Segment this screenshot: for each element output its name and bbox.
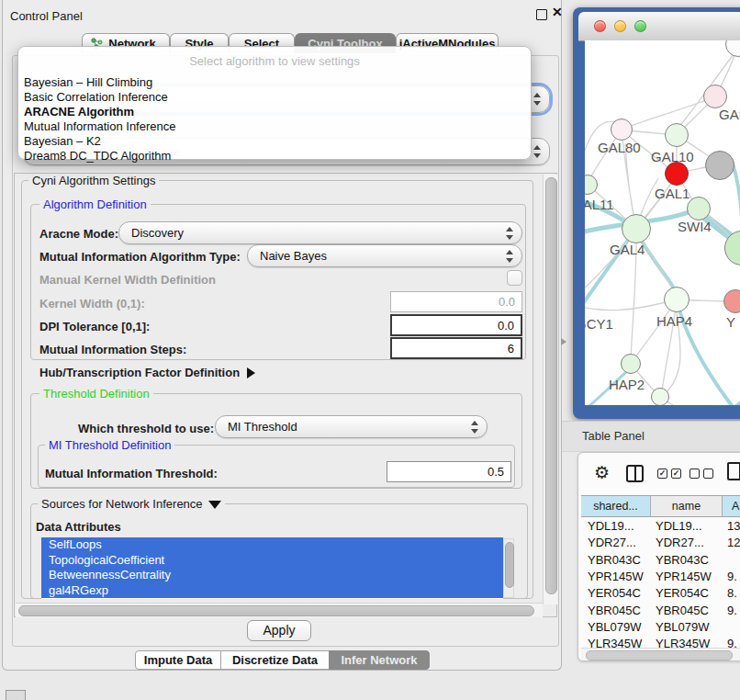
graph-node[interactable]: [611, 119, 633, 141]
expand-arrow-icon[interactable]: [247, 367, 255, 378]
cell-shared-name: YLR345W: [588, 636, 648, 648]
close-icon[interactable]: ✕: [552, 5, 563, 19]
apply-button[interactable]: Apply: [247, 620, 311, 641]
graph-node[interactable]: [687, 197, 711, 220]
attribute-item-selected[interactable]: SelfLoops: [41, 537, 503, 553]
graph-node[interactable]: [664, 287, 690, 312]
node-label: Y: [726, 314, 735, 330]
minimized-panel-icon[interactable]: [6, 690, 26, 700]
manual-kernel-checkbox[interactable]: [507, 270, 522, 286]
close-traffic-light[interactable]: [594, 20, 606, 32]
checked-box-icon: ✓: [671, 469, 681, 479]
scrollbar-thumb[interactable]: [505, 542, 514, 588]
graph-node[interactable]: [621, 354, 641, 374]
table-body: YDL19...YDL19...13 YDR27...YDR27...12 YB…: [581, 517, 740, 648]
table-header-row: shared... name A: [581, 495, 740, 517]
splitter-collapse-icon[interactable]: [561, 338, 566, 345]
column-header-clipped[interactable]: A: [723, 496, 740, 516]
cell-name: YBL079W: [656, 619, 720, 636]
dpi-tolerance-field[interactable]: 0.0: [390, 314, 522, 336]
hub-definition-label: Hub/Transcription Factor Definition: [39, 366, 240, 379]
group-title: Threshold Definition: [39, 387, 153, 401]
float-window-icon[interactable]: [536, 9, 547, 20]
which-threshold-combobox[interactable]: MI Threshold: [215, 415, 488, 438]
collapse-arrow-icon[interactable]: [208, 501, 221, 509]
vertical-scrollbar[interactable]: [543, 175, 557, 604]
column-header-shared-name[interactable]: shared...: [581, 496, 651, 516]
table-panel-title: Table Panel: [582, 429, 645, 443]
attribute-item-selected[interactable]: TopologicalCoefficient: [41, 553, 503, 569]
network-window-titlebar[interactable]: [578, 12, 740, 41]
sources-title: Sources for Network Inference: [41, 497, 203, 511]
which-threshold-label: Which threshold to use:: [78, 422, 214, 435]
dropdown-item[interactable]: Bayesian – Hill Climbing: [24, 75, 152, 89]
sources-toggle[interactable]: Sources for Network Inference: [38, 497, 225, 511]
table-row[interactable]: YPR145WYPR145W9.: [581, 569, 740, 585]
manual-kernel-label: Manual Kernel Width Definition: [39, 273, 216, 287]
cell-shared-name: YBR045C: [588, 603, 648, 619]
control-panel-window: Control Panel ✕ Network Style Select Cyn…: [2, 0, 562, 671]
graph-node[interactable]: [665, 162, 689, 186]
document-icon[interactable]: [727, 462, 740, 480]
graph-node[interactable]: [651, 388, 669, 405]
dropdown-item-selected[interactable]: ARACNE Algorithm: [24, 105, 134, 119]
graph-node[interactable]: [705, 151, 734, 180]
horizontal-scrollbar[interactable]: [16, 603, 543, 617]
gear-icon[interactable]: ⚙: [594, 464, 610, 481]
graph-node[interactable]: [703, 85, 727, 108]
mi-steps-field[interactable]: 6: [390, 337, 522, 359]
kernel-width-field[interactable]: 0.0: [390, 291, 522, 312]
table-row[interactable]: YDL19...YDL19...13: [581, 518, 740, 535]
cell-value: 8.: [727, 585, 740, 602]
table-row[interactable]: YDR27...YDR27...12: [581, 535, 740, 551]
table-row[interactable]: YBR043CYBR043C: [581, 552, 740, 569]
group-title: MI Threshold Definition: [45, 438, 174, 452]
node-label: GAL80: [598, 140, 641, 155]
aracne-mode-combobox[interactable]: Discovery: [118, 221, 522, 244]
table-row[interactable]: YLR345WYLR345W9.: [581, 636, 740, 648]
table-row[interactable]: YER054CYER054C8.: [581, 585, 740, 602]
tab-discretize-data[interactable]: Discretize Data: [220, 650, 330, 670]
dropdown-item[interactable]: Mutual Information Inference: [24, 119, 175, 133]
stepper-arrows-icon: [506, 227, 513, 240]
mi-threshold-field[interactable]: 0.5: [387, 461, 511, 482]
dropdown-prompt: Select algorithm to view settings: [18, 54, 531, 68]
split-panel-icon[interactable]: [626, 465, 644, 482]
zoom-traffic-light[interactable]: [634, 20, 646, 32]
scrollbar-thumb[interactable]: [18, 605, 534, 616]
mi-type-combobox[interactable]: Naive Bayes: [247, 244, 522, 267]
cell-name: YPR145W: [656, 569, 720, 585]
list-scrollbar[interactable]: [503, 538, 514, 598]
cell-name: YLR345W: [656, 636, 720, 648]
dropdown-item[interactable]: Bayesian – K2: [24, 134, 101, 148]
data-attributes-label: Data Attributes: [36, 520, 121, 534]
graph-node[interactable]: [665, 123, 689, 147]
graph-node[interactable]: [622, 214, 651, 243]
scrollbar-thumb[interactable]: [545, 177, 557, 594]
table-panel: ⚙ ✓ ✓ shared... name A YDL19...YDL19...1…: [577, 452, 740, 661]
column-header-name[interactable]: name: [651, 496, 723, 516]
attribute-item-selected[interactable]: BetweennessCentrality: [41, 568, 503, 583]
window-title: Control Panel: [10, 9, 83, 23]
node-label: GAL10: [651, 149, 694, 164]
tab-infer-network[interactable]: Infer Network: [329, 650, 430, 670]
table-row[interactable]: YBL079WYBL079W: [581, 619, 740, 636]
aracne-mode-value: Discovery: [131, 226, 184, 240]
node-label: GAL7: [719, 107, 740, 122]
minimize-traffic-light[interactable]: [614, 20, 626, 32]
hub-definition-toggle[interactable]: Hub/Transcription Factor Definition: [39, 366, 255, 379]
tab-impute-data[interactable]: Impute Data: [135, 650, 221, 670]
node-label: SWI4: [678, 219, 712, 234]
table-row[interactable]: YBR045CYBR045C9.: [581, 603, 740, 619]
group-title: Algorithm Definition: [39, 198, 151, 211]
group-title: Cyni Algorithm Settings: [28, 174, 159, 187]
table-horizontal-scrollbar[interactable]: [581, 648, 740, 660]
dropdown-item[interactable]: Basic Correlation Inference: [24, 90, 168, 104]
dpi-tolerance-label: DPI Tolerance [0,1]:: [39, 320, 150, 333]
dropdown-item[interactable]: Dream8 DC_TDC Algorithm: [24, 149, 171, 163]
mi-type-value: Naive Bayes: [260, 249, 327, 263]
scrollbar-thumb[interactable]: [586, 650, 733, 660]
network-canvas[interactable]: GAL7 GAL80 GAL10 GAL1 GAL11 SWI4 GAL4 GC…: [585, 40, 740, 405]
attribute-item-selected[interactable]: gal4RGexp: [41, 583, 503, 599]
table-panel-header: Table Panel: [562, 421, 740, 452]
